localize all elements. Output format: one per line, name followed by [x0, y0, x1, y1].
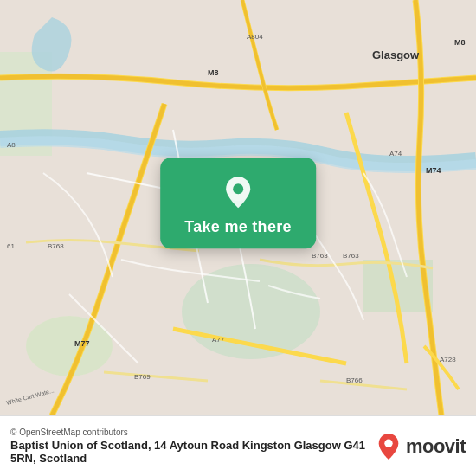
svg-text:B768: B768 — [48, 242, 64, 250]
moovit-brand-text: moovit — [406, 435, 466, 458]
footer-info: © OpenStreetMap contributors Baptist Uni… — [10, 428, 376, 465]
svg-text:B763: B763 — [312, 252, 328, 260]
footer: © OpenStreetMap contributors Baptist Uni… — [0, 415, 476, 476]
svg-text:A74: A74 — [389, 150, 402, 158]
svg-text:M77: M77 — [74, 339, 90, 348]
location-pin-icon — [219, 173, 257, 211]
take-me-there-button[interactable]: Take me there — [184, 218, 292, 236]
moovit-logo: moovit — [376, 433, 466, 460]
osm-credit: © OpenStreetMap contributors — [10, 428, 376, 437]
svg-text:Glasgow: Glasgow — [372, 48, 420, 61]
svg-text:61: 61 — [7, 242, 15, 250]
svg-text:A8: A8 — [7, 141, 16, 149]
svg-text:M8: M8 — [454, 38, 466, 47]
svg-text:B766: B766 — [346, 376, 363, 384]
svg-text:B763: B763 — [343, 252, 359, 260]
place-name: Baptist Union of Scotland, 14 Aytoun Roa… — [10, 439, 376, 465]
map-container: M8 M74 M77 A804 A74 B768 A77 B763 B763 B… — [0, 0, 476, 415]
svg-text:M74: M74 — [426, 166, 441, 175]
svg-text:A804: A804 — [247, 33, 263, 41]
svg-text:A728: A728 — [440, 356, 456, 363]
svg-point-24 — [384, 439, 392, 447]
svg-point-23 — [233, 183, 243, 194]
svg-text:A77: A77 — [212, 336, 225, 344]
svg-text:M8: M8 — [208, 68, 219, 77]
svg-text:B769: B769 — [134, 373, 151, 381]
moovit-pin-icon — [376, 433, 401, 460]
cta-overlay[interactable]: Take me there — [160, 158, 316, 248]
